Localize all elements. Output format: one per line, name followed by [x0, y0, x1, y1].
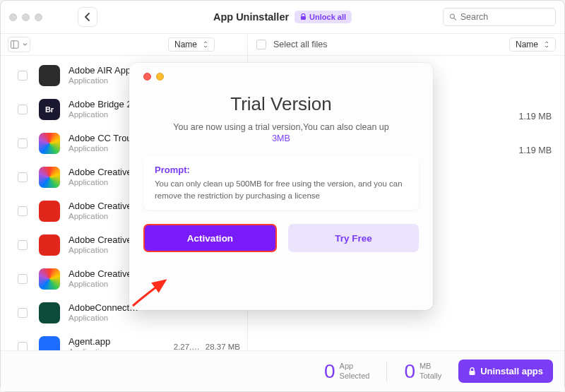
- app-icon: [39, 201, 60, 222]
- unlock-all-button[interactable]: Unlock all: [295, 11, 352, 23]
- toolbar: Name Select all files Name: [1, 33, 564, 56]
- app-icon: [39, 167, 60, 188]
- modal-title: Trial Version: [143, 93, 419, 115]
- annotation-arrow-icon: [130, 278, 172, 309]
- sort-updown-icon: [203, 41, 208, 48]
- uninstall-label: Uninstall apps: [480, 366, 543, 376]
- title-center: App Uninstaller Unlock all: [213, 11, 352, 23]
- uninstall-apps-button[interactable]: Uninstall apps: [458, 360, 553, 383]
- app-meta: Agent.appApplication: [69, 336, 110, 350]
- row-checkbox[interactable]: [18, 206, 28, 216]
- row-checkbox[interactable]: [18, 105, 28, 114]
- svg-rect-3: [11, 41, 18, 49]
- left-sort-select[interactable]: Name: [168, 37, 215, 52]
- activation-button[interactable]: Activation: [143, 224, 277, 252]
- toolbar-left: Name: [1, 34, 248, 55]
- row-checkbox[interactable]: [18, 71, 28, 81]
- stat-number: 0: [324, 360, 335, 383]
- back-button[interactable]: [78, 7, 97, 27]
- minimize-icon[interactable]: [156, 73, 164, 81]
- app-icon: [39, 268, 60, 290]
- app-name: AdobeConnect…: [69, 302, 138, 314]
- row-extra: 2.27.…28.37 MB: [174, 343, 240, 350]
- stat-totally: 0 MB Totally: [404, 360, 441, 383]
- trial-modal: Trial Version You are now using a trial …: [129, 63, 433, 310]
- app-kind: Application: [69, 314, 138, 323]
- row-checkbox[interactable]: [18, 138, 28, 148]
- search-field[interactable]: [443, 8, 556, 26]
- app-row[interactable]: Agent.appApplication2.27.…28.37 MB: [1, 330, 247, 350]
- lock-icon: [300, 13, 307, 20]
- app-window: App Uninstaller Unlock all Name Select: [0, 0, 565, 392]
- zoom-icon[interactable]: [35, 13, 42, 21]
- sort-label: Name: [174, 40, 197, 49]
- detail-size: 1.19 MB: [518, 145, 552, 155]
- svg-line-2: [454, 18, 456, 20]
- svg-rect-5: [470, 371, 475, 375]
- row-checkbox[interactable]: [18, 274, 28, 284]
- minimize-icon[interactable]: [22, 13, 30, 21]
- chevron-left-icon: [84, 13, 91, 21]
- row-checkbox[interactable]: [18, 240, 28, 250]
- bottom-bar: 0 App Selected 0 MB Totally Uninstall ap…: [1, 350, 564, 391]
- modal-window-controls: [143, 73, 419, 81]
- app-icon: [39, 234, 60, 256]
- try-free-button[interactable]: Try Free: [288, 224, 419, 252]
- select-all-checkbox[interactable]: [256, 40, 266, 49]
- svg-point-1: [450, 14, 454, 18]
- close-icon[interactable]: [9, 13, 17, 21]
- search-icon: [449, 13, 457, 21]
- app-meta: AdobeConnect…Application: [69, 302, 138, 323]
- select-all-label: Select all files: [273, 40, 327, 49]
- app-name: Agent.app: [69, 336, 110, 348]
- prompt-body: You can only clean up 500MB for free usi…: [155, 178, 408, 201]
- app-icon: [39, 65, 60, 86]
- prompt-label: Prompt:: [155, 165, 408, 175]
- window-controls: [9, 13, 42, 21]
- right-sort-select[interactable]: Name: [509, 37, 556, 52]
- unlock-label: Unlock all: [309, 13, 346, 21]
- modal-subtitle: You are now using a trial version,You ca…: [143, 122, 419, 143]
- app-icon: Br: [39, 99, 60, 120]
- view-mode-toggle[interactable]: [8, 37, 30, 52]
- sort-updown-icon: [544, 41, 549, 48]
- close-icon[interactable]: [143, 73, 151, 81]
- row-checkbox[interactable]: [18, 342, 28, 350]
- stat-selected: 0 App Selected: [324, 360, 369, 383]
- titlebar: App Uninstaller Unlock all: [1, 1, 564, 33]
- detail-size: 1.19 MB: [518, 112, 552, 121]
- app-icon: [39, 302, 60, 323]
- page-title: App Uninstaller: [213, 11, 289, 23]
- sidebar-icon: [11, 40, 21, 49]
- app-icon: [39, 133, 60, 154]
- row-checkbox[interactable]: [18, 172, 28, 182]
- stat-number: 0: [404, 360, 415, 383]
- lock-icon: [468, 367, 476, 376]
- row-checkbox[interactable]: [18, 308, 28, 318]
- search-input[interactable]: [460, 12, 549, 22]
- prompt-box: Prompt: You can only clean up 500MB for …: [143, 156, 419, 210]
- sort-label: Name: [516, 40, 538, 49]
- toolbar-right: Select all files Name: [248, 34, 564, 55]
- chevron-down-icon: [23, 42, 28, 47]
- app-icon: [39, 336, 60, 350]
- divider: [386, 362, 387, 381]
- svg-rect-0: [301, 16, 306, 20]
